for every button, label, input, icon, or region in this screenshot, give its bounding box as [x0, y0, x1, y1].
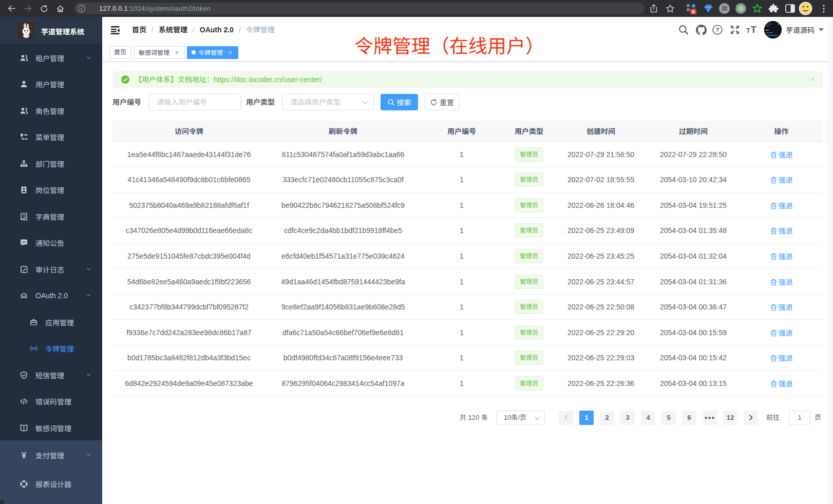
svg-text:T: T — [746, 27, 750, 34]
svg-text:⌘: ⌘ — [721, 5, 728, 12]
svg-text:?: ? — [715, 27, 719, 33]
svg-text:¥: ¥ — [22, 452, 27, 459]
svg-text:T: T — [751, 25, 757, 35]
svg-text:9: 9 — [692, 9, 694, 14]
svg-text:A: A — [33, 347, 35, 350]
